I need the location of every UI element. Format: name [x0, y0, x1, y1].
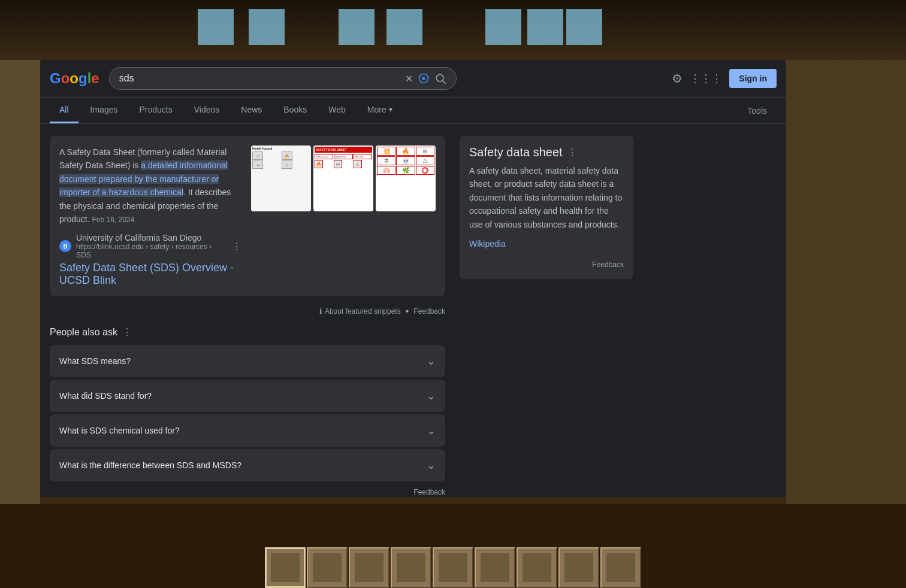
accordion-item-3[interactable]: What is SDS chemical used for? ⌄	[50, 414, 445, 447]
browser-window: Google ✕ ⚙ ⋮⋮⋮	[40, 60, 786, 497]
tab-images[interactable]: Images	[81, 98, 128, 123]
panel-options-icon[interactable]: ⋮	[567, 147, 577, 158]
accordion-header-1: What SDS means? ⌄	[50, 345, 445, 377]
accordion-header-3: What is SDS chemical used for? ⌄	[50, 414, 445, 447]
skylight-5	[485, 9, 521, 45]
taskbar-slot-7-inner	[523, 553, 551, 582]
sign-in-button[interactable]: Sign in	[729, 69, 777, 88]
people-ask-feedback-button[interactable]: Feedback	[413, 488, 445, 495]
skylight-4	[386, 9, 422, 45]
minecraft-taskbar	[265, 547, 641, 588]
accordion-item-4[interactable]: What is the difference between SDS and M…	[50, 449, 445, 481]
accordion-arrow-1: ⌄	[427, 354, 436, 368]
skylight-7	[566, 9, 602, 45]
panel-feedback-button[interactable]: Feedback	[592, 260, 624, 269]
tab-all[interactable]: All	[50, 98, 78, 123]
accordion-question-4: What is the difference between SDS and M…	[59, 460, 241, 470]
tab-videos[interactable]: Videos	[185, 98, 229, 123]
people-ask-options-icon[interactable]: ⋮	[122, 326, 132, 338]
panel-title: Safety data sheet ⋮	[469, 146, 624, 159]
snippet-images: Health Hazard ⬡ 🔥 💀 ⚠ SAFETY DA	[251, 146, 436, 287]
snippet-title-link[interactable]: Safety Data Sheet (SDS) Overview - UCSD …	[59, 262, 234, 286]
accordion-item-2[interactable]: What did SDS stand for? ⌄	[50, 380, 445, 412]
accordion-arrow-2: ⌄	[427, 389, 436, 402]
source-favicon: B	[59, 240, 71, 252]
skylight-6	[527, 9, 563, 45]
main-content: A Safety Data Sheet (formerly called Mat…	[40, 124, 786, 495]
people-ask-title: People also ask	[50, 327, 117, 338]
minecraft-top-wall	[0, 0, 906, 60]
info-icon: ℹ	[319, 307, 322, 316]
google-logo: Google	[50, 70, 99, 87]
skylight-3	[339, 9, 375, 45]
tab-products[interactable]: Products	[129, 98, 182, 123]
source-url: https://blink.ucsd.edu › safety › resour…	[76, 243, 227, 259]
right-column: Safety data sheet ⋮ A safety data sheet,…	[460, 136, 633, 483]
accordion-question-3: What is SDS chemical used for?	[59, 426, 180, 435]
browser-header: Google ✕ ⚙ ⋮⋮⋮	[40, 60, 786, 98]
tab-books[interactable]: Books	[274, 98, 316, 123]
tab-web[interactable]: Web	[319, 98, 355, 123]
search-bar-container: ✕	[109, 67, 457, 90]
people-also-ask-section: People also ask ⋮ What SDS means? ⌄ What…	[50, 326, 445, 495]
source-name: University of California San Diego	[76, 233, 227, 243]
panel-description: A safety data sheet, material safety dat…	[469, 164, 624, 231]
search-input[interactable]	[119, 73, 400, 84]
svg-point-1	[422, 77, 425, 80]
taskbar-slot-5-inner	[439, 553, 467, 582]
about-snippets-link[interactable]: ℹ About featured snippets	[319, 307, 401, 316]
source-options-icon[interactable]: ⋮	[232, 241, 241, 252]
accordion-arrow-4: ⌄	[427, 459, 436, 472]
snippet-feedback-link[interactable]: Feedback	[413, 307, 445, 316]
taskbar-slot-4-inner	[397, 553, 425, 582]
accordion-question-1: What SDS means?	[59, 356, 131, 366]
taskbar-slot-8-inner	[564, 553, 593, 582]
skylight-2	[249, 9, 285, 45]
taskbar-slot-1-inner	[271, 553, 300, 582]
taskbar-slot-9[interactable]	[600, 547, 641, 588]
taskbar-slot-6[interactable]	[475, 547, 515, 588]
snippet-text: A Safety Data Sheet (formerly called Mat…	[59, 146, 241, 226]
snippet-date: Feb 16, 2024	[92, 216, 134, 224]
nav-tabs: All Images Products Videos News Books We…	[40, 98, 786, 124]
panel-feedback-row: Feedback	[469, 259, 624, 269]
settings-icon[interactable]: ⚙	[672, 71, 682, 86]
people-ask-feedback-row: Feedback	[50, 486, 445, 495]
taskbar-slot-3-inner	[355, 553, 383, 582]
taskbar-slot-2[interactable]	[307, 547, 348, 588]
google-lens-icon[interactable]	[418, 72, 430, 84]
header-controls: ⚙ ⋮⋮⋮ Sign in	[672, 69, 777, 88]
more-chevron-icon: ▾	[389, 105, 392, 114]
accordion-item-1[interactable]: What SDS means? ⌄	[50, 345, 445, 377]
snippet-image-3[interactable]: 💥 🔥 ⊕ ⚗ 💀 ⚠ 🫁 🌿 ⭕	[376, 146, 436, 211]
snippet-image-2[interactable]: SAFETY DATA SHEET Flam. Liq 2 Acute Tox …	[313, 146, 373, 211]
taskbar-slot-1[interactable]	[265, 547, 306, 588]
taskbar-slot-7[interactable]	[517, 547, 557, 588]
panel-wikipedia-link[interactable]: Wikipedia	[469, 239, 506, 248]
taskbar-slot-2-inner	[313, 553, 342, 582]
accordion-arrow-3: ⌄	[427, 424, 436, 437]
svg-line-3	[442, 81, 445, 84]
snippet-image-1[interactable]: Health Hazard ⬡ 🔥 💀 ⚠	[251, 146, 311, 211]
accordion-question-2: What did SDS stand for?	[59, 391, 152, 401]
skylight-1	[198, 9, 234, 45]
taskbar-slot-8[interactable]	[558, 547, 599, 588]
taskbar-slot-5[interactable]	[433, 547, 473, 588]
snippet-body: A Safety Data Sheet (formerly called Mat…	[59, 146, 241, 287]
tab-tools[interactable]: Tools	[738, 99, 777, 123]
search-submit-icon[interactable]	[434, 72, 446, 84]
knowledge-panel: Safety data sheet ⋮ A safety data sheet,…	[460, 136, 633, 279]
left-column: A Safety Data Sheet (formerly called Mat…	[50, 136, 445, 483]
people-ask-header: People also ask ⋮	[50, 326, 445, 338]
tab-more[interactable]: More ▾	[358, 98, 402, 123]
taskbar-slot-4[interactable]	[391, 547, 431, 588]
taskbar-slot-6-inner	[481, 553, 509, 582]
snippet-footer: ℹ About featured snippets • Feedback	[50, 306, 445, 317]
taskbar-slot-3[interactable]	[349, 547, 389, 588]
apps-grid-icon[interactable]: ⋮⋮⋮	[690, 72, 722, 85]
clear-search-button[interactable]: ✕	[405, 73, 413, 84]
tab-news[interactable]: News	[231, 98, 271, 123]
accordion-header-4: What is the difference between SDS and M…	[50, 449, 445, 481]
featured-snippet: A Safety Data Sheet (formerly called Mat…	[50, 136, 445, 296]
accordion-header-2: What did SDS stand for? ⌄	[50, 380, 445, 412]
